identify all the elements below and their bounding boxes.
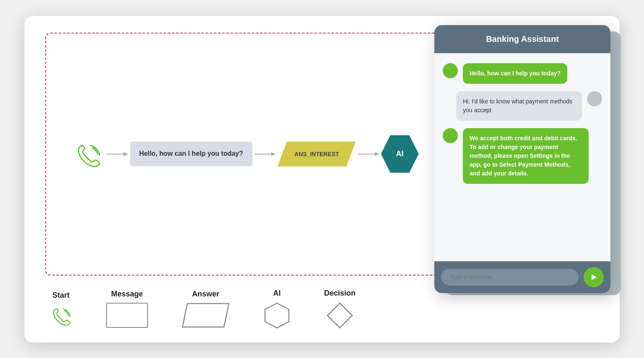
chat-bubble-1: Hello, how can I help you today?: [463, 63, 567, 84]
svg-marker-8: [265, 303, 289, 328]
legend-start-label: Start: [52, 291, 70, 300]
legend-message-label: Message: [111, 290, 143, 299]
answer-node: ANS_INTEREST: [278, 142, 356, 167]
chat-bubble-2: Hi, I'd like to know what payment method…: [456, 91, 582, 121]
chat-message-3: We accept both credit and debit cards. T…: [443, 128, 602, 184]
legend-decision-label: Decision: [324, 289, 356, 298]
legend-ai-shape: [263, 302, 291, 329]
main-card: Hello, how can I help you today? ANS_INT…: [24, 16, 620, 343]
chat-bubble-3: We accept both credit and debit cards. T…: [463, 128, 589, 184]
chat-messages: Hello, how can I help you today? Hi, I'd…: [434, 53, 610, 261]
chat-title: Banking Assistant: [486, 34, 559, 44]
flow-area: Hello, how can I help you today? ANS_INT…: [45, 33, 599, 276]
legend-start: Start: [49, 291, 73, 327]
chat-message-1: Hello, how can I help you today?: [443, 63, 602, 84]
ai-node: AI: [381, 135, 419, 173]
legend-ai-label: AI: [273, 289, 281, 298]
legend-ai: AI: [263, 289, 291, 329]
bot-avatar-2: [443, 128, 458, 143]
message-node: Hello, how can I help you today?: [130, 142, 252, 166]
legend-answer-shape: [182, 303, 230, 328]
legend-decision: Decision: [324, 289, 356, 329]
svg-marker-9: [327, 303, 352, 328]
chat-input[interactable]: [441, 269, 579, 286]
legend-phone-icon: [49, 304, 73, 327]
svg-marker-1: [124, 152, 128, 156]
chat-message-2: Hi, I'd like to know what payment method…: [443, 91, 602, 121]
chat-panel: Banking Assistant Hello, how can I help …: [434, 25, 610, 293]
arrow-3: [356, 150, 381, 158]
chat-header: Banking Assistant: [434, 25, 610, 53]
bot-avatar-1: [443, 63, 458, 78]
legend-answer-label: Answer: [192, 290, 219, 299]
chat-input-bar: [434, 261, 610, 293]
chat-send-button[interactable]: [584, 267, 604, 287]
start-phone-node: [71, 137, 105, 171]
legend-decision-shape: [326, 302, 353, 329]
svg-marker-6: [592, 274, 597, 280]
svg-marker-7: [182, 304, 229, 327]
svg-marker-3: [271, 152, 275, 156]
arrow-1: [105, 150, 130, 158]
svg-marker-5: [375, 152, 379, 156]
legend-message: Message: [106, 290, 148, 328]
user-avatar: [587, 91, 602, 106]
legend-message-shape: [106, 303, 148, 328]
legend-answer: Answer: [182, 290, 230, 328]
arrow-2: [252, 150, 278, 158]
